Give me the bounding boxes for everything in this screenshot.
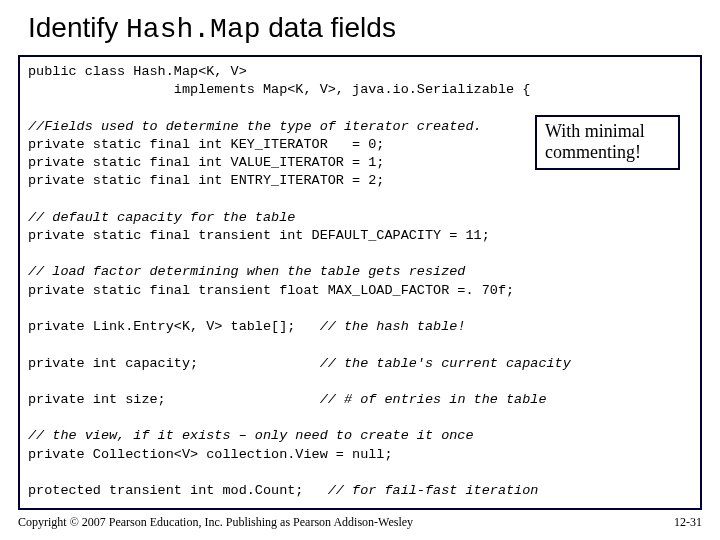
code-line: private Link.Entry<K, V> table[]; (28, 319, 320, 334)
code-comment: // default capacity for the table (28, 210, 295, 225)
code-comment: // # of entries in the table (320, 392, 547, 407)
slide-number: 12-31 (674, 515, 702, 530)
title-mono: Hash.Map (126, 14, 260, 45)
callout-text: With minimal commenting! (545, 121, 645, 162)
callout-box: With minimal commenting! (535, 115, 680, 170)
copyright-text: Copyright © 2007 Pearson Education, Inc.… (18, 515, 413, 530)
code-comment: // load factor determining when the tabl… (28, 264, 465, 279)
code-comment: //Fields used to determine the type of i… (28, 119, 482, 134)
code-comment: // the view, if it exists – only need to… (28, 428, 474, 443)
code-line: private int capacity; (28, 356, 320, 371)
title-pre: Identify (28, 12, 126, 43)
code-comment: // the table's current capacity (320, 356, 571, 371)
code-line: private int size; (28, 392, 320, 407)
code-line: private static final transient int DEFAU… (28, 228, 490, 243)
code-comment: // for fail-fast iteration (328, 483, 539, 498)
code-line: private static final int VALUE_ITERATOR … (28, 155, 384, 170)
code-line: private static final int KEY_ITERATOR = … (28, 137, 384, 152)
code-line: protected transient int mod.Count; (28, 483, 328, 498)
slide-footer: Copyright © 2007 Pearson Education, Inc.… (18, 515, 702, 530)
code-line: private static final transient float MAX… (28, 283, 514, 298)
slide-title: Identify Hash.Map data fields (0, 0, 720, 55)
code-line: private Collection<V> collection.View = … (28, 447, 393, 462)
title-post: data fields (260, 12, 395, 43)
code-line: implements Map<K, V>, java.io.Serializab… (28, 82, 530, 97)
code-panel: public class Hash.Map<K, V> implements M… (18, 55, 702, 510)
code-line: public class Hash.Map<K, V> (28, 64, 247, 79)
code-comment: // the hash table! (320, 319, 466, 334)
code-line: private static final int ENTRY_ITERATOR … (28, 173, 384, 188)
